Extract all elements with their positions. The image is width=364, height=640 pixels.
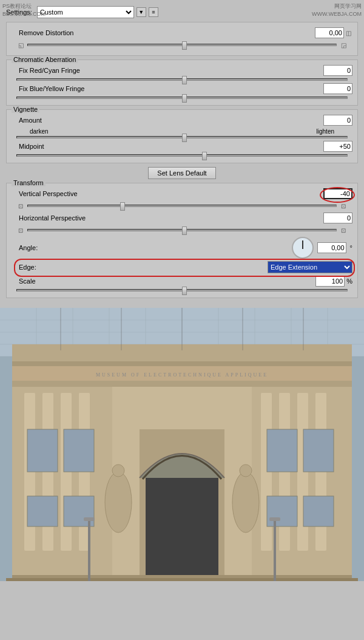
set-lens-default-button[interactable]: Set Lens Default [148, 167, 215, 179]
transform-group: Transform Vertical Perspective ⊡ ⊡ Horiz… [6, 183, 358, 298]
amount-thumb[interactable] [182, 134, 187, 142]
horizontal-perspective-label: Horizontal Perspective [12, 214, 323, 222]
watermark-left: PS教程论坛 BBS.16XX8.COM [2, 2, 46, 18]
svg-rect-41 [303, 496, 334, 526]
vp-track[interactable] [27, 205, 337, 207]
hp-left-icon: ⊡ [16, 226, 25, 234]
remove-distortion-left-icon: ◫ [344, 29, 352, 37]
fix-blue-row: Fix Blue/Yellow Fringe [12, 83, 352, 94]
scale-row: Scale % [12, 276, 352, 287]
remove-distortion-row: Remove Distortion ◫ [12, 27, 352, 38]
angle-dial[interactable] [292, 237, 314, 259]
svg-rect-20 [12, 381, 352, 387]
settings-select[interactable]: Custom [37, 6, 134, 18]
fix-red-slider [12, 78, 352, 82]
svg-rect-56 [269, 517, 280, 521]
midpoint-label: Midpoint [12, 143, 323, 150]
slider-left-icon: ◱ [16, 41, 25, 49]
fix-blue-input[interactable] [323, 83, 352, 94]
fix-blue-track[interactable] [16, 97, 348, 99]
scale-input[interactable] [315, 276, 345, 287]
settings-panel: Settings: Custom ▼ ≡ Remove Distortion ◫… [0, 0, 364, 308]
slider-right-icon: ◲ [339, 41, 348, 49]
chromatic-aberration-title: Chromatic Aberration [12, 56, 78, 63]
svg-rect-36 [27, 496, 58, 526]
vertical-perspective-input[interactable] [323, 188, 352, 199]
midpoint-slider [12, 154, 352, 158]
scale-label: Scale [12, 277, 315, 285]
midpoint-thumb[interactable] [202, 152, 207, 160]
svg-text:MUSEUM OF ELECTROTECHNIQUE APP: MUSEUM OF ELECTROTECHNIQUE APPLIQUEE [96, 372, 268, 378]
fix-red-row: Fix Red/Cyan Fringe [12, 65, 352, 76]
remove-distortion-group: Remove Distortion ◫ ◱ ◲ [6, 22, 358, 56]
svg-point-44 [232, 472, 259, 533]
scale-unit: % [346, 277, 352, 285]
settings-options-icon[interactable]: ≡ [149, 7, 158, 17]
svg-point-42 [105, 472, 132, 533]
amount-track[interactable] [16, 136, 348, 138]
preview-image: MUSEUM OF ELECTROTECHNIQUE APPLIQUEE [0, 308, 364, 581]
svg-rect-34 [27, 429, 58, 472]
vertical-perspective-label: Vertical Perspective [12, 190, 323, 197]
midpoint-input[interactable] [323, 141, 352, 152]
slider-thumb[interactable] [182, 41, 187, 50]
lighten-label: lighten [317, 128, 334, 135]
scale-track[interactable] [16, 289, 348, 291]
building-illustration: MUSEUM OF ELECTROTECHNIQUE APPLIQUEE [0, 308, 364, 581]
scale-thumb[interactable] [182, 287, 187, 295]
hp-track[interactable] [27, 229, 337, 231]
midpoint-track[interactable] [16, 154, 348, 157]
vertical-perspective-slider-container: ⊡ ⊡ [12, 202, 352, 211]
fix-red-label: Fix Red/Cyan Fringe [12, 67, 323, 74]
remove-distortion-slider: ◱ ◲ [12, 41, 352, 50]
settings-menu-icon[interactable]: ▼ [136, 7, 146, 17]
chromatic-aberration-group: Chromatic Aberration Fix Red/Cyan Fringe… [6, 60, 358, 106]
amount-label: Amount [12, 117, 323, 124]
degree-symbol: ° [350, 244, 352, 251]
edge-select[interactable]: Edge Extension Transparency Background C… [268, 261, 352, 273]
horizontal-perspective-row: Horizontal Perspective [12, 213, 352, 223]
svg-rect-39 [303, 429, 334, 472]
watermark-right: 网页学习网 WWW.WEBJA.COM [312, 2, 362, 18]
svg-rect-54 [84, 517, 95, 521]
hp-right-icon: ⊡ [339, 226, 348, 234]
fix-blue-label: Fix Blue/Yellow Fringe [12, 85, 323, 92]
svg-rect-47 [6, 578, 358, 581]
svg-point-45 [240, 465, 252, 477]
fix-red-track[interactable] [16, 78, 348, 81]
hp-thumb[interactable] [182, 226, 187, 235]
angle-row: Angle: ° [12, 237, 352, 259]
horizontal-perspective-input[interactable] [323, 213, 352, 223]
midpoint-row: Midpoint [12, 141, 352, 152]
svg-point-43 [112, 465, 124, 477]
remove-distortion-input[interactable] [315, 27, 344, 38]
angle-input[interactable] [317, 242, 346, 253]
fix-blue-slider [12, 97, 352, 100]
vp-right-icon: ⊡ [339, 202, 348, 210]
fix-blue-thumb[interactable] [182, 94, 187, 103]
svg-rect-33 [146, 478, 218, 581]
svg-rect-17 [12, 361, 352, 366]
edge-row: Edge: Edge Extension Transparency Backgr… [12, 261, 352, 273]
remove-distortion-label: Remove Distortion [12, 29, 315, 36]
angle-dial-indicator [302, 240, 303, 249]
svg-rect-53 [88, 520, 90, 581]
horizontal-perspective-slider: ⊡ ⊡ [12, 226, 352, 236]
settings-row: Settings: Custom ▼ ≡ [6, 6, 358, 18]
angle-label: Angle: [12, 244, 292, 251]
vp-left-icon: ⊡ [16, 202, 25, 210]
angle-dial-wrap: ° [292, 237, 352, 259]
fix-red-input[interactable] [323, 65, 352, 76]
slider-track[interactable] [27, 44, 337, 46]
amount-input[interactable] [323, 115, 352, 126]
vertical-perspective-row: Vertical Perspective [12, 188, 352, 199]
transform-title: Transform [12, 179, 46, 186]
svg-rect-55 [274, 520, 276, 581]
vignette-title: Vignette [12, 106, 39, 113]
fix-red-thumb[interactable] [182, 76, 187, 84]
edge-label: Edge: [12, 264, 268, 271]
vp-thumb[interactable] [120, 202, 125, 211]
svg-rect-38 [267, 429, 297, 472]
darken-label: darken [30, 128, 49, 135]
scale-slider [12, 289, 352, 293]
